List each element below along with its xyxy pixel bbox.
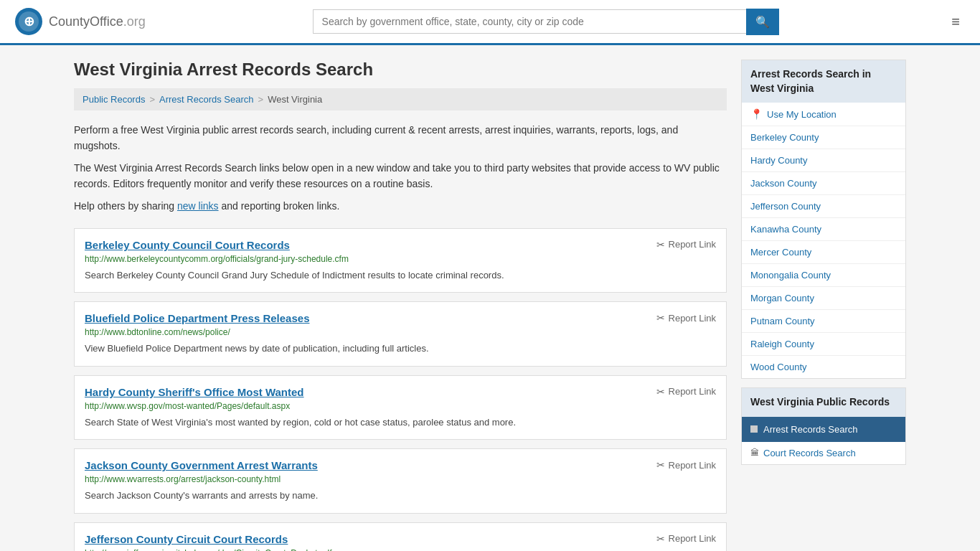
record-desc: Search State of West Virginia's most wan… [85,415,716,430]
report-icon: ✂ [656,312,665,324]
active-bullet-icon [750,425,758,433]
report-icon: ✂ [656,239,665,250]
use-my-location-link[interactable]: Use My Location [767,109,837,120]
sidebar-arrest-records-label: Arrest Records Search [763,424,858,435]
record-item: Jefferson County Circuit Court Records ✂… [74,522,727,551]
report-link-label: Report Link [669,313,716,324]
search-area: 🔍 [313,9,779,35]
sidebar-county-item[interactable]: Raleigh County [742,333,905,356]
record-item: Berkeley County Council Court Records ✂ … [74,228,727,293]
county-link[interactable]: Berkeley County [750,132,819,143]
records-container: Berkeley County Council Court Records ✂ … [74,228,727,551]
sidebar-county-item[interactable]: Putnam County [742,310,905,333]
court-records-link[interactable]: Court Records Search [763,448,856,458]
new-links-link[interactable]: new links [177,200,219,212]
breadcrumb-sep-2: > [258,94,264,105]
sidebar-use-location[interactable]: 📍 Use My Location [742,103,905,126]
record-item: Hardy County Sheriff's Office Most Wante… [74,375,727,441]
desc-1: Perform a free West Virginia public arre… [74,122,727,154]
record-url[interactable]: http://www.bdtonline.com/news/police/ [85,327,716,337]
county-link[interactable]: Mercer County [750,247,811,258]
record-desc: Search Berkeley County Council Grand Jur… [85,268,716,283]
sidebar-arrest-records-active[interactable]: Arrest Records Search [742,417,905,442]
county-link[interactable]: Kanawha County [750,224,821,235]
location-icon: 📍 [750,108,763,120]
county-link[interactable]: Putnam County [750,316,815,326]
record-url[interactable]: http://www.jeffcowvcircuitclerk.com/doc/… [85,548,716,551]
record-title[interactable]: Bluefield Police Department Press Releas… [85,312,309,324]
report-link-btn[interactable]: ✂ Report Link [656,312,716,324]
county-link[interactable]: Hardy County [750,155,807,166]
sidebar: Arrest Records Search in West Virginia 📍… [741,60,906,551]
sidebar-county-item[interactable]: Mercer County [742,241,905,264]
report-link-btn[interactable]: ✂ Report Link [656,459,716,471]
sidebar-county-item[interactable]: Kanawha County [742,218,905,241]
sidebar-section-title-2: West Virginia Public Records [742,388,905,417]
report-link-btn[interactable]: ✂ Report Link [656,239,716,250]
main-container: West Virginia Arrest Records Search Publ… [60,45,920,551]
sidebar-section-title-1: Arrest Records Search in West Virginia [742,60,905,103]
record-title[interactable]: Hardy County Sheriff's Office Most Wante… [85,386,304,398]
logo-area: ⊕ CountyOffice.org [14,7,146,36]
desc-2: The West Virginia Arrest Records Search … [74,160,727,192]
site-header: ⊕ CountyOffice.org 🔍 ≡ [0,0,980,45]
record-title[interactable]: Jefferson County Circuit Court Records [85,533,288,545]
record-url[interactable]: http://www.wvarrests.org/arrest/jackson-… [85,474,716,484]
sidebar-county-item[interactable]: Wood County [742,356,905,378]
breadcrumb-arrest-records[interactable]: Arrest Records Search [159,94,254,105]
sidebar-county-item[interactable]: Monongalia County [742,264,905,287]
county-link[interactable]: Wood County [750,362,807,372]
report-icon: ✂ [656,533,665,545]
record-header: Jackson County Government Arrest Warrant… [85,459,716,471]
menu-button[interactable]: ≡ [946,11,966,33]
description-area: Perform a free West Virginia public arre… [74,122,727,214]
desc-3: Help others by sharing new links and rep… [74,198,727,214]
county-link[interactable]: Morgan County [750,293,814,303]
record-desc: View Bluefield Police Department news by… [85,342,716,356]
report-link-label: Report Link [669,460,716,471]
county-link[interactable]: Jefferson County [750,201,821,212]
record-title[interactable]: Jackson County Government Arrest Warrant… [85,459,318,471]
sidebar-section-public-records: West Virginia Public Records Arrest Reco… [741,387,906,465]
report-link-label: Report Link [669,533,716,544]
breadcrumb-west-virginia: West Virginia [268,94,322,105]
record-header: Bluefield Police Department Press Releas… [85,312,716,324]
sidebar-county-item[interactable]: Morgan County [742,287,905,310]
counties-container: Berkeley CountyHardy CountyJackson Count… [742,126,905,378]
record-header: Hardy County Sheriff's Office Most Wante… [85,386,716,398]
county-link[interactable]: Jackson County [750,178,817,189]
report-icon: ✂ [656,386,665,397]
report-icon: ✂ [656,459,665,471]
record-item: Jackson County Government Arrest Warrant… [74,448,727,514]
logo-text: CountyOffice.org [49,14,146,29]
sidebar-county-item[interactable]: Hardy County [742,149,905,172]
logo-icon: ⊕ [14,7,43,36]
sidebar-county-item[interactable]: Jefferson County [742,195,905,218]
sidebar-section-counties: Arrest Records Search in West Virginia 📍… [741,60,906,379]
search-button[interactable]: 🔍 [746,9,779,35]
record-header: Jefferson County Circuit Court Records ✂… [85,533,716,545]
record-item: Bluefield Police Department Press Releas… [74,301,727,367]
report-link-btn[interactable]: ✂ Report Link [656,386,716,397]
record-url[interactable]: http://www.berkeleycountycomm.org/offici… [85,254,716,264]
page-title: West Virginia Arrest Records Search [74,60,727,80]
record-url[interactable]: http://www.wvsp.gov/most-wanted/Pages/de… [85,401,716,411]
record-header: Berkeley County Council Court Records ✂ … [85,239,716,251]
report-link-btn[interactable]: ✂ Report Link [656,533,716,545]
breadcrumb: Public Records > Arrest Records Search >… [74,88,727,110]
svg-text:⊕: ⊕ [24,14,34,29]
sidebar-county-item[interactable]: Berkeley County [742,126,905,149]
county-link[interactable]: Raleigh County [750,339,814,349]
county-link[interactable]: Monongalia County [750,270,831,281]
court-icon: 🏛 [750,448,759,458]
report-link-label: Report Link [669,386,716,397]
record-desc: Search Jackson County's warrants and arr… [85,489,716,503]
sidebar-county-item[interactable]: Jackson County [742,172,905,195]
sidebar-court-records[interactable]: 🏛 Court Records Search [742,442,905,464]
breadcrumb-public-records[interactable]: Public Records [83,94,145,105]
content-area: West Virginia Arrest Records Search Publ… [74,60,727,551]
record-title[interactable]: Berkeley County Council Court Records [85,239,290,251]
breadcrumb-sep-1: > [149,94,155,105]
report-link-label: Report Link [669,239,716,250]
search-input[interactable] [313,9,746,34]
